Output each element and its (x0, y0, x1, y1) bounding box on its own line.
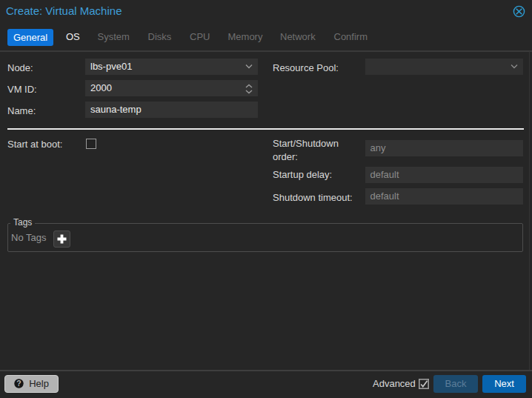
svg-text:?: ? (16, 379, 21, 388)
